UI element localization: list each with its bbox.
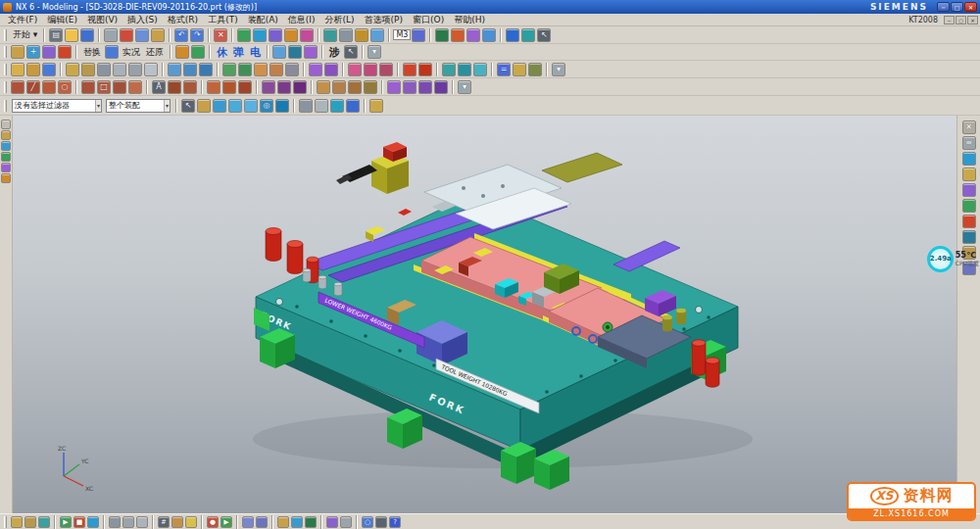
- part-navigator-bottom-icon[interactable]: [277, 516, 289, 528]
- chamfer-icon[interactable]: [238, 63, 252, 76]
- pocket-icon[interactable]: [128, 63, 142, 76]
- toolbar-grip[interactable]: [4, 516, 7, 528]
- customize-icon[interactable]: [242, 516, 254, 528]
- copy-icon[interactable]: [135, 28, 149, 42]
- refresh-view-icon[interactable]: [237, 28, 251, 42]
- face-edges-icon[interactable]: [346, 99, 360, 113]
- window-cascade-icon[interactable]: [412, 28, 425, 42]
- resource-grip-icon[interactable]: ⋮: [1, 120, 11, 129]
- m3-layer-box[interactable]: M3: [393, 29, 411, 40]
- work-section-icon[interactable]: [369, 99, 383, 113]
- type-filter-dropdown[interactable]: 没有选择过滤器▾: [12, 99, 102, 113]
- ruler-icon[interactable]: [172, 516, 183, 528]
- hd3d-tool-icon[interactable]: [962, 230, 976, 244]
- prev-frame-icon[interactable]: [122, 516, 134, 528]
- child-minimize-button[interactable]: ─: [944, 16, 955, 24]
- pad-icon[interactable]: [144, 63, 158, 76]
- datum-plane-icon[interactable]: [11, 63, 24, 76]
- part-navigator-icon[interactable]: [1, 152, 11, 162]
- parallel-constraint-icon[interactable]: [317, 80, 330, 94]
- rest-button[interactable]: 休: [214, 45, 230, 60]
- menu-window[interactable]: 窗口(O): [408, 14, 449, 26]
- close-button[interactable]: ✕: [964, 2, 977, 12]
- render-tools-icon[interactable]: [962, 183, 976, 197]
- shaded-with-edges-icon[interactable]: [299, 99, 313, 113]
- macro-record-icon[interactable]: ●: [207, 516, 219, 528]
- mirror-assembly-icon[interactable]: [304, 45, 318, 59]
- next-frame-icon[interactable]: [136, 516, 148, 528]
- point-icon[interactable]: [458, 63, 471, 76]
- assemblies-icon[interactable]: [11, 45, 24, 59]
- arrangements-icon[interactable]: [105, 45, 119, 59]
- new-file-icon[interactable]: ▤: [49, 28, 63, 42]
- line-icon[interactable]: ╱: [26, 80, 40, 94]
- history-bottom-icon[interactable]: [291, 516, 303, 528]
- command-finder-icon[interactable]: ○: [362, 516, 373, 528]
- visualization-icon[interactable]: [962, 199, 976, 213]
- panel-menu-icon[interactable]: ≡: [962, 136, 976, 150]
- highlight-icon[interactable]: [197, 99, 211, 113]
- wireframe-mode-icon[interactable]: [339, 28, 353, 42]
- quick-extend-icon[interactable]: [222, 80, 236, 94]
- make-corner-icon[interactable]: [238, 80, 252, 94]
- fillet-curve-icon[interactable]: [81, 80, 95, 94]
- object-display-icon[interactable]: [466, 28, 480, 42]
- restore-button[interactable]: 还原: [143, 46, 167, 59]
- electrode-button[interactable]: 电: [247, 45, 264, 60]
- polygon-icon[interactable]: [113, 80, 126, 94]
- menu-assemblies[interactable]: 装配(A): [243, 14, 283, 26]
- play-icon[interactable]: ▶: [60, 516, 72, 528]
- fit-view-icon[interactable]: [253, 28, 267, 42]
- text-tool-icon[interactable]: A: [152, 80, 166, 94]
- filter-arrow-icon[interactable]: ↖: [344, 45, 358, 59]
- profile-icon[interactable]: [11, 80, 24, 94]
- offset-curve-icon[interactable]: [403, 80, 416, 94]
- snap-end-icon[interactable]: [228, 99, 242, 113]
- maximize-button[interactable]: ▢: [951, 2, 963, 12]
- background-icon[interactable]: [340, 516, 352, 528]
- draft-icon[interactable]: [270, 63, 283, 76]
- step-icon[interactable]: [87, 516, 99, 528]
- dimension-icon[interactable]: [262, 80, 275, 94]
- project-curve-icon[interactable]: [418, 80, 432, 94]
- menu-edit[interactable]: 编辑(E): [42, 14, 82, 26]
- render-style-icon[interactable]: [326, 516, 338, 528]
- material-icon[interactable]: [528, 63, 542, 76]
- snap-views-icon[interactable]: [962, 168, 976, 181]
- snap-point-icon[interactable]: [213, 99, 226, 113]
- macro-play-icon[interactable]: ▶: [220, 516, 232, 528]
- perpendicular-constraint-icon[interactable]: [332, 80, 346, 94]
- datum-axis-icon[interactable]: [26, 63, 40, 76]
- assembly-constraints-icon[interactable]: [58, 45, 72, 59]
- interpart-link-icon[interactable]: [272, 45, 286, 59]
- toolbar-grip[interactable]: [4, 100, 7, 112]
- menu-view[interactable]: 视图(V): [82, 14, 122, 26]
- snap-intersection-icon[interactable]: [275, 99, 289, 113]
- studio-render-icon[interactable]: [330, 99, 344, 113]
- select-arrow-icon[interactable]: ↖: [537, 28, 551, 42]
- extrude-icon[interactable]: [66, 63, 79, 76]
- pattern-feature-icon[interactable]: [309, 63, 322, 76]
- view-triad-icon[interactable]: [962, 152, 976, 166]
- assembly-navigator-icon[interactable]: [1, 130, 11, 140]
- reuse-library-icon[interactable]: [1, 163, 11, 172]
- notes-icon[interactable]: [185, 516, 197, 528]
- datum-csys-icon[interactable]: [442, 63, 456, 76]
- rotate-view-icon[interactable]: [300, 28, 314, 42]
- revolve-icon[interactable]: [81, 63, 95, 76]
- more-options-icon[interactable]: ▾: [368, 45, 381, 59]
- interference-button[interactable]: 涉: [326, 45, 343, 60]
- child-restore-button[interactable]: ▢: [956, 16, 966, 24]
- show-hide-icon[interactable]: [482, 28, 496, 42]
- spring-button[interactable]: 弹: [230, 45, 247, 60]
- tangent-constraint-icon[interactable]: [348, 80, 362, 94]
- radial-dimension-icon[interactable]: [293, 80, 307, 94]
- preferences-icon[interactable]: [256, 516, 268, 528]
- stop-icon[interactable]: ■: [74, 516, 85, 528]
- expression-icon[interactable]: =: [497, 63, 511, 76]
- menu-analysis[interactable]: 分析(L): [320, 14, 360, 26]
- minimize-button[interactable]: ─: [937, 2, 950, 12]
- upper-tower[interactable]: [336, 142, 409, 194]
- subtract-icon[interactable]: [183, 63, 197, 76]
- angular-dimension-icon[interactable]: [277, 80, 291, 94]
